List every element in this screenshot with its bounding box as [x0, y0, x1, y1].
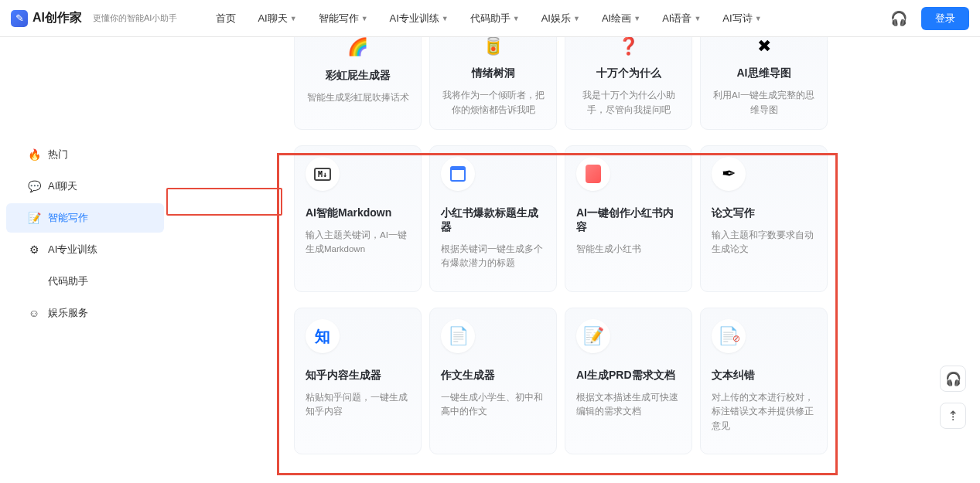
- logo-text: AI创作家: [32, 10, 82, 26]
- nav-item-8[interactable]: AI写诗▼: [722, 12, 761, 26]
- card-bot-0[interactable]: 知知乎内容生成器粘贴知乎问题，一键生成知乎内容: [294, 308, 422, 454]
- sidebar-item-1[interactable]: 💬AI聊天: [6, 172, 164, 201]
- chevron-down-icon: ▼: [573, 15, 580, 22]
- card-icon: 知: [306, 319, 340, 353]
- card-desc: 智能生成小红书: [576, 242, 681, 256]
- card-title: 文本纠错: [712, 369, 816, 383]
- logo[interactable]: ✎ AI创作家: [11, 10, 82, 27]
- card-desc: 根据关键词一键生成多个有爆款潜力的标题: [441, 242, 545, 270]
- smile-icon: ☺: [28, 307, 40, 319]
- chevron-down-icon: ▼: [755, 15, 762, 22]
- sidebar-item-3[interactable]: ⚙AI专业训练: [6, 235, 164, 264]
- card-mid-1[interactable]: 小红书爆款标题生成器根据关键词一键生成多个有爆款潜力的标题: [429, 145, 557, 292]
- chevron-down-icon: ▼: [361, 15, 368, 22]
- card-bot-3[interactable]: 📄⊘文本纠错对上传的文本进行校对，标注错误文本并提供修正意见: [700, 308, 828, 454]
- card-mid-0[interactable]: M↓AI智能Markdown输入主题关键词，AI一键生成Markdown: [294, 145, 422, 292]
- headset-icon[interactable]: 🎧: [890, 10, 907, 27]
- sidebar-item-label: 娱乐服务: [48, 306, 88, 320]
- nav-label: 代码助手: [470, 12, 510, 26]
- sidebar-item-label: 代码助手: [48, 274, 88, 288]
- nav-item-2[interactable]: 智能写作▼: [319, 12, 368, 26]
- nav-item-0[interactable]: 首页: [216, 12, 236, 26]
- card-top-0[interactable]: 🌈彩虹屁生成器智能生成彩虹屁吹捧话术: [294, 37, 422, 130]
- card-desc: 根据文本描述生成可快速编辑的需求文档: [576, 390, 681, 419]
- chevron-down-icon: ▼: [694, 15, 701, 22]
- sidebar-item-label: AI专业训练: [48, 243, 97, 257]
- nav-label: 智能写作: [319, 12, 359, 26]
- nav-item-7[interactable]: AI语音▼: [662, 12, 701, 26]
- card-icon: [441, 157, 475, 191]
- sidebar-item-label: 热门: [48, 148, 68, 162]
- chevron-down-icon: ▼: [633, 15, 640, 22]
- card-top-2[interactable]: ❓十万个为什么我是十万个为什么小助手，尽管向我提问吧: [565, 37, 692, 130]
- chevron-down-icon: ▼: [442, 15, 449, 22]
- card-icon: ✒: [712, 157, 746, 191]
- nav-item-1[interactable]: AI聊天▼: [258, 12, 296, 26]
- nav-label: 首页: [216, 12, 236, 26]
- card-icon: ✖: [747, 37, 781, 62]
- nav-label: AI语音: [662, 12, 691, 26]
- header: ✎ AI创作家 更懂你的智能AI小助手 首页AI聊天▼智能写作▼AI专业训练▼代…: [0, 0, 980, 37]
- card-title: AI思维导图: [712, 66, 816, 80]
- nav-label: AI娱乐: [541, 12, 571, 26]
- card-title: AI一键创作小红书内容: [576, 206, 681, 234]
- login-button[interactable]: 登录: [921, 7, 969, 30]
- card-title: 作文生成器: [441, 369, 545, 383]
- card-title: 小红书爆款标题生成器: [441, 206, 545, 234]
- card-mid-3[interactable]: ✒论文写作输入主题和字数要求自动生成论文: [700, 145, 828, 292]
- card-icon: 📝: [576, 319, 610, 353]
- chat-icon: 💬: [28, 180, 40, 192]
- sidebar-item-5[interactable]: ☺娱乐服务: [6, 298, 164, 328]
- sidebar: 🔥热门💬AI聊天📝智能写作⚙AI专业训练代码助手☺娱乐服务: [0, 37, 170, 483]
- support-button[interactable]: 🎧: [940, 366, 966, 392]
- nav-item-5[interactable]: AI娱乐▼: [541, 12, 580, 26]
- card-title: AI生成PRD需求文档: [576, 369, 681, 383]
- code-icon: [28, 275, 40, 287]
- chevron-down-icon: ▼: [290, 15, 297, 22]
- card-title: 彩虹屁生成器: [306, 69, 410, 83]
- nav-label: AI写诗: [722, 12, 752, 26]
- back-to-top-button[interactable]: ⇡: [940, 403, 966, 429]
- float-buttons: 🎧 ⇡: [940, 366, 966, 429]
- top-nav: 首页AI聊天▼智能写作▼AI专业训练▼代码助手▼AI娱乐▼AI绘画▼AI语音▼A…: [216, 12, 761, 26]
- content: 🌈彩虹屁生成器智能生成彩虹屁吹捧话术🥫情绪树洞我将作为一个倾听者，把你的烦恼都告…: [170, 37, 980, 483]
- card-icon: 🌈: [341, 37, 375, 64]
- header-right: 🎧 登录: [890, 7, 969, 30]
- nav-item-4[interactable]: 代码助手▼: [470, 12, 520, 26]
- card-icon: M↓: [306, 157, 340, 191]
- sidebar-item-0[interactable]: 🔥热门: [6, 140, 164, 169]
- card-title: 论文写作: [712, 206, 816, 220]
- main: 🔥热门💬AI聊天📝智能写作⚙AI专业训练代码助手☺娱乐服务 🌈彩虹屁生成器智能生…: [0, 37, 980, 483]
- card-title: 情绪树洞: [441, 66, 545, 80]
- card-top-1[interactable]: 🥫情绪树洞我将作为一个倾听者，把你的烦恼都告诉我吧: [429, 37, 557, 130]
- sidebar-item-label: 智能写作: [48, 211, 88, 225]
- card-icon: 🥫: [476, 37, 510, 62]
- chevron-down-icon: ▼: [513, 15, 520, 22]
- card-desc: 智能生成彩虹屁吹捧话术: [306, 90, 410, 104]
- card-title: 十万个为什么: [576, 66, 681, 80]
- card-top-3[interactable]: ✖AI思维导图利用AI一键生成完整的思维导图: [700, 37, 828, 130]
- card-desc: 我是十万个为什么小助手，尽管向我提问吧: [576, 88, 681, 117]
- nav-item-6[interactable]: AI绘画▼: [602, 12, 640, 26]
- sidebar-item-2[interactable]: 📝智能写作: [6, 203, 164, 233]
- slogan: 更懂你的智能AI小助手: [93, 12, 177, 24]
- sidebar-item-label: AI聊天: [48, 179, 77, 193]
- card-desc: 利用AI一键生成完整的思维导图: [712, 88, 816, 117]
- card-desc: 对上传的文本进行校对，标注错误文本并提供修正意见: [712, 390, 816, 433]
- card-icon: [576, 157, 610, 191]
- card-title: 知乎内容生成器: [306, 369, 410, 383]
- card-desc: 输入主题关键词，AI一键生成Markdown: [306, 228, 410, 257]
- fire-icon: 🔥: [28, 148, 40, 161]
- gear-icon: ⚙: [28, 243, 40, 256]
- nav-label: AI聊天: [258, 12, 287, 26]
- nav-label: AI专业训练: [390, 12, 439, 26]
- card-desc: 输入主题和字数要求自动生成论文: [712, 228, 816, 257]
- card-bot-1[interactable]: 📄作文生成器一键生成小学生、初中和高中的作文: [429, 308, 557, 454]
- card-icon: 📄⊘: [712, 319, 746, 353]
- nav-item-3[interactable]: AI专业训练▼: [390, 12, 449, 26]
- card-bot-2[interactable]: 📝AI生成PRD需求文档根据文本描述生成可快速编辑的需求文档: [565, 308, 692, 454]
- write-icon: 📝: [28, 212, 40, 224]
- card-title: AI智能Markdown: [306, 206, 410, 220]
- card-mid-2[interactable]: AI一键创作小红书内容智能生成小红书: [565, 145, 692, 292]
- sidebar-item-4[interactable]: 代码助手: [6, 267, 164, 296]
